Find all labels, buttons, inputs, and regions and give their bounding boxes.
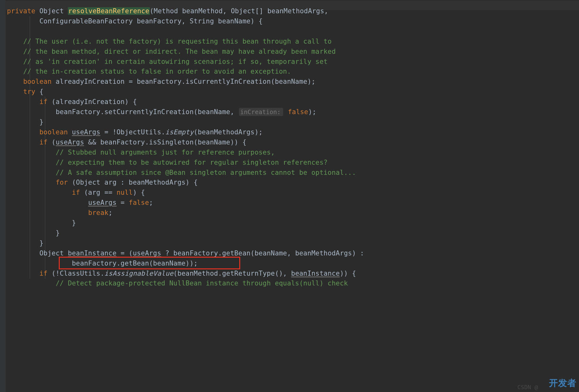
call-cont: (beanMethod.getReturnType(), [174,270,291,277]
keyword-null: null [117,189,133,196]
var-assign: alreadyInCreation = beanFactory.isCurren… [52,78,315,85]
static-method-isEmpty: isEmpty [165,128,194,136]
signature-part2: ConfigurableBeanFactory beanFactory, Str… [40,17,263,25]
comment: // expecting them to be autowired for re… [56,159,328,166]
keyword-if: if [40,138,48,146]
type-object: Object [40,249,68,257]
comment: // Detect package-protected NullBean ins… [56,279,348,287]
call-args: (beanMethodArgs); [194,128,263,136]
type-object: Object [40,7,64,15]
comment: // as 'in creation' in certain autowirin… [23,58,327,65]
var-useArgs: useArgs [88,199,117,206]
comment: // the in-creation status to false in or… [23,68,291,75]
comment: // A safe assumption since @Bean singlet… [56,169,356,176]
keyword-try: try [23,88,35,95]
paren: ( [47,138,56,146]
code-line[interactable]: private Object resolveBeanReference(Meth… [7,6,579,16]
keyword-if: if [40,98,48,106]
code-line[interactable]: beanFactory.setCurrentlyInCreation(beanN… [7,107,579,117]
code-line[interactable]: // Detect package-protected NullBean ins… [7,279,579,289]
after-bi: )) { [340,270,356,277]
code-line[interactable]: if (useArgs && beanFactory.isSingleton(b… [7,138,579,148]
code-line[interactable]: // as 'in creation' in certain autowirin… [7,57,579,67]
if-arg: (arg == [80,189,117,196]
code-line[interactable]: // the in-creation status to false in or… [7,67,579,77]
watermark-csdn: CSDN @ [517,383,538,391]
keyword-for: for [56,179,68,186]
semicolon: ; [108,209,113,217]
keyword-false: false [129,199,149,206]
var-beanInstance: beanInstance [291,270,340,277]
code-line[interactable]: break; [7,208,579,218]
code-line[interactable]: } [7,218,579,228]
var-useArgs: useArgs [133,249,161,257]
code-line[interactable]: } [7,238,579,248]
code-line[interactable]: // expecting them to be autowired for re… [7,158,579,168]
assign: = ( [117,249,133,257]
keyword-if: if [40,270,48,277]
code-line[interactable]: // the bean method, direct or indirect. … [7,47,579,57]
code-line[interactable]: // Stubbed null arguments just for refer… [7,148,579,158]
code-line[interactable]: boolean alreadyInCreation = beanFactory.… [7,77,579,87]
brace: } [72,219,76,227]
code-line[interactable]: boolean useArgs = !ObjectUtils.isEmpty(b… [7,127,579,138]
brace: } [40,239,44,247]
code-line[interactable]: useArgs = false; [7,198,579,208]
keyword-false: false [288,108,308,116]
code-line[interactable]: // The user (i.e. not the factory) is re… [7,37,579,47]
keyword-if: if [72,189,80,196]
highlight-box-annotation [59,257,240,269]
code-line[interactable]: for (Object arg : beanMethodArgs) { [7,178,579,188]
keyword-private: private [7,7,35,15]
assign: = [117,199,129,206]
method-name-highlighted: resolveBeanReference [68,7,150,15]
comment: // The user (i.e. not the factory) is re… [23,38,332,45]
brace: } [56,229,60,237]
for-stmt: (Object arg : beanMethodArgs) { [68,179,198,186]
if-rest: && beanFactory.isSingleton(beanName)) { [84,138,247,146]
var-useArgs: useArgs [56,138,84,146]
var-beanInstance: beanInstance [68,249,117,257]
code-line[interactable]: if (arg == null) { [7,188,579,198]
code-line[interactable]: // A safe assumption since @Bean singlet… [7,168,579,178]
code-editor[interactable]: private Object resolveBeanReference(Meth… [7,0,579,289]
semicolon: ; [149,199,153,206]
if-not: (!ClassUtils. [47,270,104,277]
keyword-boolean: boolean [40,128,68,136]
brace: } [40,118,44,126]
code-line[interactable]: if (!ClassUtils.isAssignableValue(beanMe… [7,269,579,279]
watermark-devze: 开发者 [549,377,576,390]
if-condition: (alreadyInCreation) { [47,98,137,106]
code-line[interactable]: } [7,228,579,238]
var-useArgs: useArgs [72,128,101,136]
code-line[interactable]: if (alreadyInCreation) { [7,97,579,107]
brace: { [35,88,44,95]
code-line[interactable]: try { [7,87,579,97]
signature-part1: (Method beanMethod, Object[] beanMethodA… [150,7,328,15]
code-line[interactable]: } [7,117,579,127]
comment: // Stubbed null arguments just for refer… [56,149,275,156]
comment: // the bean method, direct or indirect. … [23,48,336,55]
code-line[interactable]: ConfigurableBeanFactory beanFactory, Str… [7,16,579,27]
method-call: beanFactory.setCurrentlyInCreation(beanN… [56,108,238,116]
keyword-boolean: boolean [23,78,52,85]
punct: ); [308,108,316,116]
after-null: ) { [133,189,145,196]
inlay-hint-param: inCreation: [239,108,283,116]
code-line[interactable] [7,27,579,37]
static-method-isAssignableValue: isAssignableValue [104,270,173,277]
gutter [0,0,6,392]
ternary: ? beanFactory.getBean(beanName, beanMeth… [161,249,364,257]
keyword-break: break [88,209,108,217]
assign: = !ObjectUtils. [100,128,165,136]
